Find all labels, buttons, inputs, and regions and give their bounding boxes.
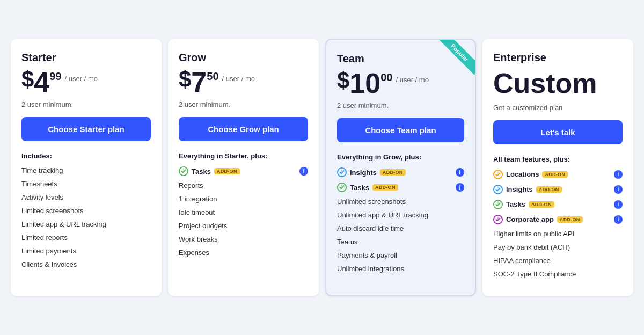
- popular-label: Popular: [437, 40, 475, 75]
- plan-minimum-grow: 2 user minimum.: [179, 100, 308, 108]
- features-heading-starter: Includes:: [21, 152, 151, 160]
- plan-btn-enterprise[interactable]: Let's talk: [493, 120, 623, 144]
- plan-custom-sub-enterprise: Get a customized plan: [493, 104, 623, 112]
- feature-item-starter-1: Timesheets: [21, 180, 151, 188]
- addon-badge-enterprise-1: ADD-ON: [536, 186, 562, 193]
- feature-item-grow-0: Tasks ADD-ON i: [179, 166, 308, 176]
- addon-badge-enterprise-2: ADD-ON: [529, 201, 554, 208]
- plan-price-grow: $ 7 50 / user / mo: [179, 68, 308, 96]
- popular-badge: Popular: [432, 40, 475, 83]
- feature-item-team-3: Unlimited app & URL tracking: [337, 211, 464, 219]
- feature-item-grow-4: Project budgets: [179, 222, 308, 230]
- addon-badge-enterprise-3: ADD-ON: [557, 216, 583, 223]
- plan-card-grow: Grow $ 7 50 / user / mo 2 user minimum.C…: [168, 39, 319, 296]
- feature-item-team-5: Teams: [337, 238, 464, 246]
- features-heading-enterprise: All team features, plus:: [493, 155, 623, 163]
- feature-item-team-2: Unlimited screenshots: [337, 198, 464, 206]
- feature-item-grow-2: 1 integration: [179, 195, 308, 203]
- features-heading-team: Everything in Grow, plus:: [337, 153, 464, 161]
- feature-item-team-6: Payments & payroll: [337, 251, 464, 259]
- feature-item-team-0: Insights ADD-ON i: [337, 168, 464, 177]
- addon-badge-team-0: ADD-ON: [380, 169, 406, 176]
- info-icon-team-1[interactable]: i: [456, 183, 464, 192]
- info-icon-enterprise-2[interactable]: i: [614, 200, 623, 209]
- plan-btn-team[interactable]: Choose Team plan: [337, 118, 464, 142]
- addon-badge-enterprise-0: ADD-ON: [542, 171, 568, 178]
- feature-item-enterprise-4: Higher limits on public API: [493, 230, 623, 238]
- feature-item-enterprise-5: Pay by bank debit (ACH): [493, 243, 623, 251]
- plan-name-enterprise: Enterprise: [493, 52, 623, 64]
- feature-item-enterprise-0: Locations ADD-ON i: [493, 170, 623, 179]
- info-icon-enterprise-3[interactable]: i: [614, 215, 623, 224]
- plan-btn-grow[interactable]: Choose Grow plan: [179, 117, 308, 141]
- feature-item-enterprise-6: HIPAA compliance: [493, 257, 623, 265]
- plan-price-custom-enterprise: Custom: [493, 68, 623, 99]
- feature-item-enterprise-1: Insights ADD-ON i: [493, 185, 623, 194]
- feature-item-starter-7: Clients & Invoices: [21, 260, 151, 268]
- features-heading-grow: Everything in Starter, plus:: [179, 152, 308, 160]
- feature-item-starter-4: Limited app & URL tracking: [21, 220, 151, 228]
- feature-item-team-7: Unlimited integrations: [337, 265, 464, 273]
- plan-btn-starter[interactable]: Choose Starter plan: [21, 117, 151, 141]
- feature-item-grow-6: Expenses: [179, 249, 308, 257]
- feature-item-starter-2: Activity levels: [21, 193, 151, 201]
- feature-item-grow-3: Idle timeout: [179, 208, 308, 216]
- info-icon-grow-0[interactable]: i: [299, 167, 308, 176]
- plan-minimum-starter: 2 user minimum.: [21, 100, 151, 108]
- feature-item-enterprise-2: Tasks ADD-ON i: [493, 200, 623, 209]
- feature-item-grow-5: Work breaks: [179, 235, 308, 243]
- info-icon-enterprise-0[interactable]: i: [614, 170, 623, 179]
- feature-item-starter-3: Limited screenshots: [21, 207, 151, 215]
- plan-name-starter: Starter: [21, 52, 151, 64]
- feature-item-grow-1: Reports: [179, 181, 308, 190]
- plan-price-starter: $ 4 99 / user / mo: [21, 68, 151, 96]
- pricing-grid: Starter $ 4 99 / user / mo 2 user minimu…: [11, 39, 633, 296]
- feature-item-starter-0: Time tracking: [21, 166, 151, 174]
- feature-item-starter-6: Limited payments: [21, 247, 151, 255]
- addon-badge-grow-0: ADD-ON: [214, 168, 240, 174]
- feature-item-enterprise-7: SOC-2 Type II Compliance: [493, 270, 623, 278]
- plan-card-team: Popular Team $ 10 00 / user / mo 2 user …: [325, 39, 476, 296]
- plan-card-enterprise: EnterpriseCustomGet a customized planLet…: [482, 39, 633, 296]
- plan-card-starter: Starter $ 4 99 / user / mo 2 user minimu…: [11, 39, 162, 296]
- feature-item-team-4: Auto discard idle time: [337, 224, 464, 232]
- feature-item-starter-5: Limited reports: [21, 234, 151, 242]
- feature-item-enterprise-3: Corporate app ADD-ON i: [493, 215, 623, 224]
- addon-badge-team-1: ADD-ON: [372, 184, 398, 191]
- plan-minimum-team: 2 user minimum.: [337, 101, 464, 110]
- feature-item-team-1: Tasks ADD-ON i: [337, 183, 464, 192]
- plan-name-grow: Grow: [179, 52, 308, 64]
- info-icon-team-0[interactable]: i: [456, 168, 464, 177]
- info-icon-enterprise-1[interactable]: i: [614, 185, 623, 194]
